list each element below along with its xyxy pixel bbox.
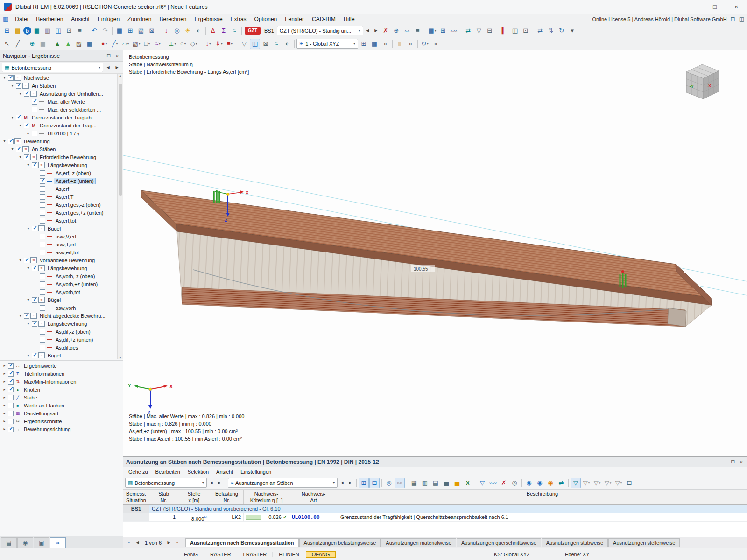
expander-icon[interactable]: ▸ (2, 371, 7, 376)
checkbox[interactable] (32, 321, 37, 327)
result-diagram-icon[interactable]: ≈ (271, 39, 282, 49)
undo-icon[interactable]: ↶ (89, 26, 99, 36)
menu-item[interactable]: CAD-BIM (308, 15, 339, 23)
terrain-tree-icon[interactable]: ▲ (52, 39, 63, 49)
scroll-up-icon[interactable]: ▲ (119, 74, 122, 77)
expander-icon[interactable]: ▸ (2, 395, 7, 399)
checkbox[interactable] (40, 305, 45, 311)
filter-rows-icon[interactable]: ▽ (477, 478, 487, 488)
last-page-button[interactable]: » (173, 539, 181, 547)
sync-selection-icon[interactable]: ⊞ (359, 478, 369, 488)
checkbox[interactable] (40, 218, 45, 224)
snap-toggle[interactable]: LRASTER (238, 552, 273, 557)
tree-item-label[interactable]: Längsbewehrung (46, 162, 89, 168)
tree-item-ergebniswerte[interactable]: ▸ Ergebniswerte (0, 362, 123, 370)
menu-item[interactable]: Berechnen (155, 15, 190, 23)
tree-item-label[interactable]: Max/Min-Informationen (22, 378, 78, 385)
expander-icon[interactable]: ▸ (2, 411, 7, 415)
chart-view-icon[interactable]: ▅ (441, 478, 451, 488)
tree-item-buegel-3[interactable]: ▾ Bügel (0, 351, 123, 359)
expander-icon[interactable]: ▾ (26, 226, 31, 231)
tree-item-label[interactable]: Max. aller Werte (46, 98, 87, 105)
expander-icon[interactable]: ▸ (2, 403, 7, 407)
new-table-icon[interactable]: ⊞ (125, 26, 135, 36)
next-category-button[interactable]: ▶ (113, 63, 121, 72)
tree-item-label[interactable]: As,erf,ges,+z (unten) (54, 210, 105, 216)
tree-item-label[interactable]: As,vorh,+z (unten) (54, 281, 99, 287)
clear-filter-icon[interactable]: ✗ (499, 478, 509, 488)
active-filter-icon[interactable]: ▽ (571, 478, 581, 488)
tree-item-nachweise[interactable]: ▾ Nachweise (0, 74, 123, 82)
data-navigator-tab[interactable]: ▤ (1, 537, 17, 548)
arrange-vertical-icon[interactable]: ⇅ (546, 26, 556, 36)
next-table-category-button[interactable]: ▶ (216, 478, 224, 488)
excel-export-icon[interactable]: X (463, 478, 473, 488)
format-brush-icon[interactable]: ▍ (499, 26, 509, 36)
tree-item-as-erf-plus-z[interactable]: As,erf,+z (unten) (0, 177, 123, 185)
tree-item-label[interactable]: Erforderliche Bewehrung (38, 154, 98, 161)
expander-icon[interactable]: ▸ (2, 427, 7, 431)
show-in-graphic-icon[interactable]: ⊡ (369, 478, 380, 488)
expander-icon[interactable]: ▾ (26, 163, 31, 167)
checkbox[interactable] (40, 250, 45, 255)
tree-item-grenzzustand-der-tragfaehigkeit[interactable]: ▾ Grenzzustand der Tragfähi... (0, 113, 123, 121)
next-table-button[interactable]: ▶ (346, 478, 354, 488)
tree-item-max-der-selektierten[interactable]: Max. der selektierten ... (0, 105, 123, 113)
tree-item-titelinformationen[interactable]: ▸ Titelinformationen (0, 370, 123, 378)
design-situation-cell[interactable]: BS1 (123, 505, 149, 513)
expander-icon[interactable]: ▾ (26, 298, 31, 302)
coordinate-system-combo[interactable]: ⊞ 1 - Global XYZ ▾ (296, 39, 358, 49)
design-situation-badge[interactable]: GZT (245, 27, 261, 35)
result-category-combo[interactable]: ▦ Betonbemessung ▾ (2, 63, 103, 72)
table-type-combo[interactable]: ≈ Ausnutzungen an Stäben ▾ (228, 478, 338, 488)
tree-item-bewehrungsrichtung[interactable]: ▸ Bewehrungsrichtung (0, 425, 123, 433)
location-cell[interactable]: 8.000½ (178, 513, 210, 521)
tree-item-label[interactable]: Bügel (46, 352, 63, 359)
checkbox[interactable] (40, 178, 45, 184)
minimize-button[interactable]: – (683, 0, 704, 14)
tree-item-label[interactable]: Darstellungsart (22, 410, 60, 417)
tree-item-label[interactable]: Bügel (46, 225, 63, 232)
tree-item-label[interactable]: Titelinformationen (22, 371, 66, 377)
refresh-view-icon[interactable]: ↻ (557, 26, 567, 36)
loads-display-icon[interactable]: ↓ (161, 26, 171, 36)
tree-item-buegel-2[interactable]: ▾ Bügel (0, 296, 123, 304)
checkbox[interactable] (40, 186, 45, 192)
tree-item-ergebnisschnitte[interactable]: ▸ Ergebnisschnitte (0, 417, 123, 425)
tree-item-label[interactable]: An Stäben (30, 83, 57, 89)
render-mode-icon[interactable]: ◫ (250, 39, 260, 49)
tree-item-label[interactable]: Bügel (46, 297, 63, 303)
filter-menu-icon-2[interactable]: ▽ (592, 478, 602, 488)
tree-item-label[interactable]: Ausnutzung der Umhüllen... (38, 91, 105, 97)
app-menu-icon[interactable]: ▦ (3, 15, 8, 22)
tree-item-laengsbewehrung-3[interactable]: ▾ Längsbewehrung (0, 320, 123, 328)
new-node-icon[interactable]: ● (99, 39, 109, 49)
loading-cell[interactable]: LK2 (210, 513, 244, 521)
checkbox[interactable] (8, 411, 14, 416)
visual-objects-icon[interactable]: ||| (395, 39, 405, 49)
tree-item-label[interactable]: Vorhandene Bewehrung (38, 257, 97, 264)
info-icon-2[interactable]: ◉ (535, 478, 545, 488)
checkbox[interactable] (32, 297, 37, 303)
expander-icon[interactable]: ▸ (26, 131, 31, 135)
table-menu-item[interactable]: Ansicht (213, 469, 236, 475)
vegetation-icon[interactable]: ▲ (63, 39, 73, 49)
checkbox[interactable] (40, 170, 45, 176)
expander-icon[interactable]: ▸ (2, 387, 7, 392)
tree-item-an-staeben-1[interactable]: ▾ An Stäben (0, 82, 123, 90)
tree-item-an-staeben-2[interactable]: ▾ An Stäben (0, 145, 123, 153)
result-legend-icon[interactable]: ≡ (413, 26, 423, 36)
scroll-down-icon[interactable]: ▼ (119, 356, 122, 359)
table-column-header[interactable]: Bemess. Situation (123, 490, 149, 504)
expander-icon[interactable]: ▾ (18, 314, 23, 318)
tree-item-as-erf-tot[interactable]: As,erf,tot (0, 217, 123, 224)
tree-item-as-vorh-tot[interactable]: As,vorh,tot (0, 288, 123, 296)
grid-icon[interactable]: ▦ (38, 39, 48, 49)
table-view-icon-3[interactable]: ▤ (430, 478, 441, 488)
table-tab[interactable]: Ausnutzungen materialweise (381, 538, 456, 547)
table-menu-item[interactable]: Gehe zu (125, 469, 151, 475)
menu-item[interactable]: Ansicht (67, 15, 93, 23)
filter-menu-icon-1[interactable]: ▽ (581, 478, 592, 488)
tree-scrollbar[interactable]: ▲ ▼ (117, 74, 123, 359)
menu-item[interactable]: Zuordnen (124, 15, 155, 23)
